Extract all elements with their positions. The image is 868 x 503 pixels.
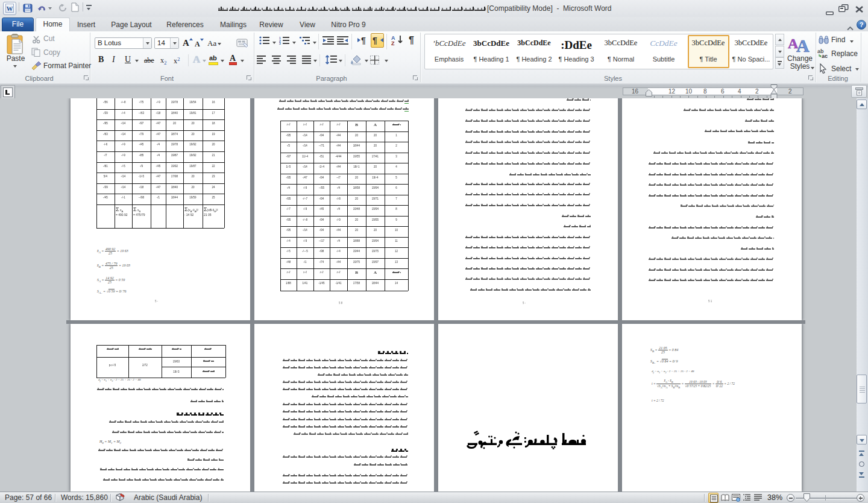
svg-text:ac: ac <box>822 53 828 59</box>
svg-text:A: A <box>796 36 810 53</box>
svg-text:¶: ¶ <box>361 36 366 45</box>
svg-text:3: 3 <box>279 42 281 45</box>
svg-text:Z: Z <box>391 40 395 46</box>
svg-text:¶: ¶ <box>373 36 377 45</box>
